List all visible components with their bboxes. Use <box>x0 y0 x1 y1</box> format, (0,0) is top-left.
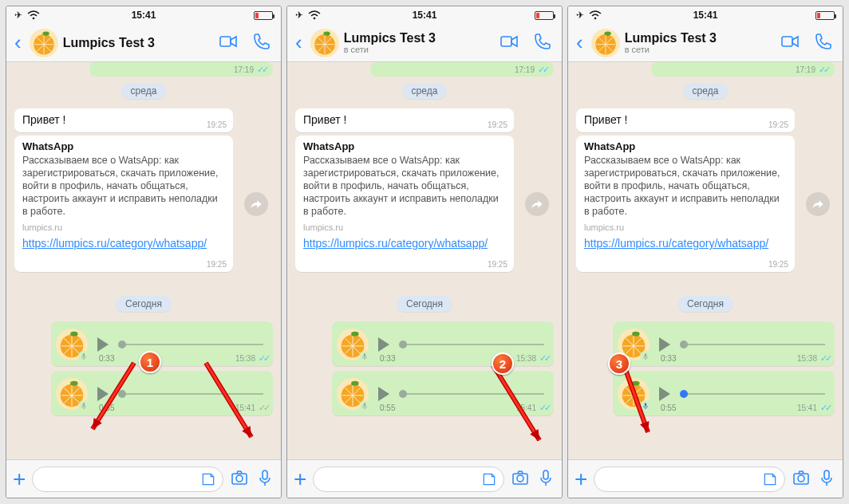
message-input[interactable] <box>32 467 223 492</box>
contact-title[interactable]: Lumpics Test 3 в сети <box>625 31 771 55</box>
screenshot-3: ✈︎ 15:41 ‹ Lumpics Test 3 в сети 17:19✓✓… <box>567 6 843 498</box>
link-url[interactable]: https://lumpics.ru/category/whatsapp/ <box>584 237 787 259</box>
back-button[interactable]: ‹ <box>11 30 25 55</box>
svg-point-56 <box>323 31 330 35</box>
read-receipt-icon: ✓✓ <box>259 353 268 364</box>
play-button[interactable] <box>378 387 389 401</box>
voice-call-button[interactable] <box>247 32 276 54</box>
mic-icon <box>359 400 370 411</box>
incoming-link-message[interactable]: WhatsApp Рассказываем все о WatsApp: как… <box>576 136 795 272</box>
voice-duration: 0:33 <box>661 354 676 363</box>
voice-time: 15:38 <box>235 354 255 363</box>
voice-track[interactable] <box>680 393 825 395</box>
camera-button[interactable] <box>230 468 249 490</box>
chat-area[interactable]: 17:19✓✓ среда Привет ! 19:25 WhatsApp Ра… <box>287 62 562 459</box>
contact-avatar[interactable] <box>591 29 620 57</box>
voice-message-2[interactable]: 0:55 15:41 ✓✓ <box>613 371 835 415</box>
sticker-button[interactable] <box>762 471 778 490</box>
mic-icon <box>359 351 370 362</box>
attach-button[interactable]: + <box>13 467 26 492</box>
back-button[interactable]: ‹ <box>292 30 306 55</box>
status-time: 15:41 <box>693 10 718 21</box>
record-voice-button[interactable] <box>536 468 555 490</box>
voice-avatar <box>618 378 650 410</box>
record-voice-button[interactable] <box>817 468 836 490</box>
input-bar: + <box>6 459 281 498</box>
voice-track[interactable] <box>118 344 263 345</box>
svg-rect-22 <box>83 353 85 357</box>
battery-icon <box>535 11 554 20</box>
svg-point-33 <box>70 381 78 386</box>
voice-message-1[interactable]: 0:33 15:38 ✓✓ <box>332 321 554 366</box>
svg-point-122 <box>632 381 640 386</box>
play-button[interactable] <box>97 337 109 352</box>
voice-message-1[interactable]: 0:33 15:38 ✓✓ <box>613 321 835 366</box>
read-receipt-icon: ✓✓ <box>539 403 549 413</box>
chat-area[interactable]: 17:19✓✓ среда Привет ! 19:25 WhatsApp Ра… <box>6 62 281 459</box>
screenshot-1: ✈︎ 15:41 ‹ Lumpics Test 3 17:19✓✓ среда … <box>6 6 282 498</box>
svg-rect-11 <box>220 37 231 46</box>
message-input[interactable] <box>313 467 504 492</box>
forward-button[interactable] <box>244 192 268 216</box>
play-button[interactable] <box>659 387 670 401</box>
link-url[interactable]: https://lumpics.ru/category/whatsapp/ <box>22 237 225 259</box>
voice-message-2[interactable]: 0:55 15:41 ✓✓ <box>332 371 554 415</box>
contact-status: в сети <box>344 45 490 54</box>
link-url[interactable]: https://lumpics.ru/category/whatsapp/ <box>303 237 506 259</box>
voice-track[interactable] <box>680 344 825 345</box>
svg-point-99 <box>604 31 611 35</box>
play-button[interactable] <box>97 387 109 401</box>
voice-time: 15:38 <box>516 354 536 363</box>
sticker-button[interactable] <box>481 471 497 490</box>
date-separator: среда <box>402 83 448 99</box>
contact-avatar[interactable] <box>310 29 339 57</box>
voice-track[interactable] <box>399 344 544 345</box>
voice-track[interactable] <box>118 393 263 395</box>
contact-name: Lumpics Test 3 <box>344 31 490 45</box>
incoming-text-message[interactable]: Привет ! 19:25 <box>14 108 233 132</box>
voice-duration: 0:55 <box>661 404 676 412</box>
contact-title[interactable]: Lumpics Test 3 <box>63 36 209 50</box>
video-call-button[interactable] <box>214 32 243 54</box>
voice-track[interactable] <box>399 393 544 395</box>
attach-button[interactable]: + <box>294 467 306 492</box>
voice-call-button[interactable] <box>528 32 557 54</box>
date-separator: Сегодня <box>677 296 733 312</box>
sticker-button[interactable] <box>200 471 216 490</box>
attach-button[interactable]: + <box>575 467 587 492</box>
read-receipt-icon: ✓✓ <box>820 403 830 413</box>
forward-button[interactable] <box>525 192 549 216</box>
play-button[interactable] <box>659 337 670 352</box>
annotation-badge: 3 <box>608 352 630 375</box>
input-bar: + <box>287 459 562 498</box>
contact-title[interactable]: Lumpics Test 3 в сети <box>344 31 490 55</box>
incoming-link-message[interactable]: WhatsApp Рассказываем все о WatsApp: как… <box>14 136 233 272</box>
svg-point-89 <box>594 18 597 20</box>
chat-area[interactable]: 17:19✓✓ среда Привет ! 19:25 WhatsApp Ра… <box>568 62 843 459</box>
forward-button[interactable] <box>806 192 830 216</box>
svg-point-79 <box>351 381 359 386</box>
annotation-badge: 2 <box>492 352 514 375</box>
video-call-button[interactable] <box>495 32 523 54</box>
read-receipt-icon: ✓✓ <box>259 403 268 413</box>
svg-rect-80 <box>364 403 366 407</box>
voice-message-1[interactable]: 0:33 15:38 ✓✓ <box>51 321 273 366</box>
contact-name: Lumpics Test 3 <box>63 36 209 50</box>
previous-message-tail: 17:19✓✓ <box>89 62 273 77</box>
voice-call-button[interactable] <box>809 32 838 54</box>
record-voice-button[interactable] <box>255 468 274 490</box>
voice-message-2[interactable]: 0:55 15:41 ✓✓ <box>51 371 273 415</box>
video-call-button[interactable] <box>776 32 804 54</box>
incoming-text-message[interactable]: Привет ! 19:25 <box>295 108 514 132</box>
svg-rect-34 <box>83 403 85 407</box>
message-input[interactable] <box>594 467 785 492</box>
voice-avatar <box>56 378 88 410</box>
incoming-link-message[interactable]: WhatsApp Рассказываем все о WatsApp: как… <box>295 136 514 272</box>
play-button[interactable] <box>378 337 389 352</box>
incoming-text-message[interactable]: Привет ! 19:25 <box>576 108 795 132</box>
camera-button[interactable] <box>792 468 811 490</box>
contact-avatar[interactable] <box>30 29 58 57</box>
mic-icon <box>640 400 651 411</box>
back-button[interactable]: ‹ <box>573 30 586 55</box>
camera-button[interactable] <box>511 468 530 490</box>
